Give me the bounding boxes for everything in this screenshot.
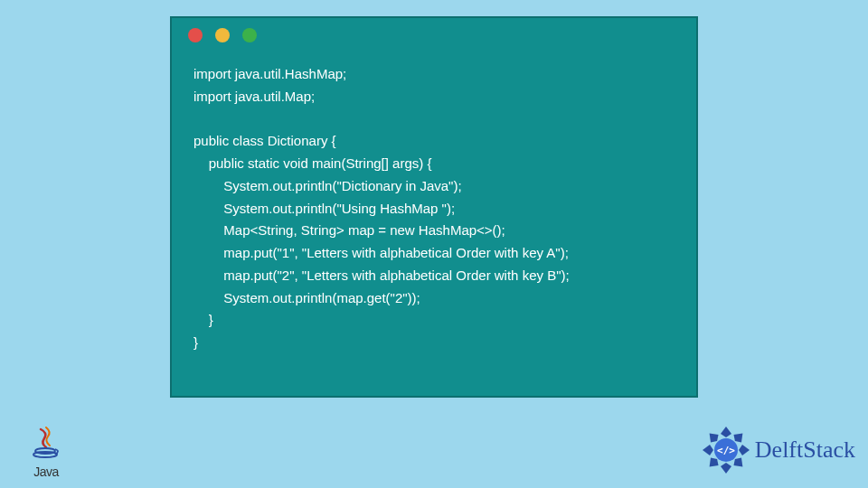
code-line: System.out.println("Using HashMap "); <box>193 201 455 216</box>
java-logo: Java <box>22 424 71 479</box>
close-dot-icon <box>188 28 203 42</box>
svg-marker-2 <box>721 427 731 437</box>
code-line: public static void main(String[] args) { <box>193 155 431 171</box>
delftstack-logo-text: DelftStack <box>755 436 855 464</box>
code-line: } <box>193 334 198 350</box>
delftstack-logo: </> DelftStack <box>701 425 855 475</box>
code-line: import java.util.Map; <box>193 89 315 104</box>
code-line: import java.util.HashMap; <box>193 66 346 81</box>
svg-text:</>: </> <box>717 445 735 456</box>
code-line: public class Dictionary { <box>193 133 336 148</box>
code-line: Map<String, String> map = new HashMap<>(… <box>193 222 505 238</box>
code-line: map.put("2", "Letters with alphabetical … <box>193 267 570 283</box>
java-cup-icon <box>22 424 71 463</box>
minimize-dot-icon <box>215 28 230 42</box>
svg-marker-4 <box>739 445 750 455</box>
code-window: import java.util.HashMap; import java.ut… <box>170 16 698 398</box>
code-block: import java.util.HashMap; import java.ut… <box>172 52 696 354</box>
svg-marker-6 <box>721 463 731 474</box>
window-titlebar <box>172 18 696 52</box>
code-line: System.out.println("Dictionary in Java")… <box>193 178 462 193</box>
maximize-dot-icon <box>242 28 257 42</box>
svg-marker-8 <box>703 445 713 455</box>
delftstack-badge-icon: </> <box>701 425 751 475</box>
code-line: map.put("1", "Letters with alphabetical … <box>193 245 569 260</box>
code-line: System.out.println(map.get("2")); <box>193 290 420 305</box>
code-line: } <box>193 312 213 327</box>
java-logo-text: Java <box>22 465 71 479</box>
svg-point-1 <box>33 452 57 457</box>
